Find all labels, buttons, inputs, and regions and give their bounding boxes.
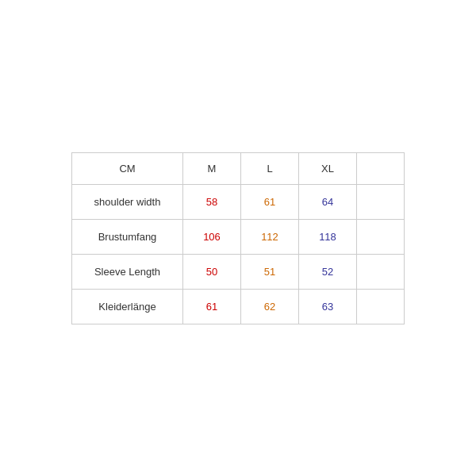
- table-row: Sleeve Length505152: [72, 254, 405, 289]
- header-extra-label: [357, 152, 405, 184]
- row-label: Brustumfang: [72, 219, 183, 254]
- table-row: shoulder width586164: [72, 184, 405, 219]
- row-label: Kleiderlänge: [72, 289, 183, 324]
- row-value-m: 61: [183, 289, 241, 324]
- table-body: shoulder width586164Brustumfang106112118…: [72, 184, 405, 324]
- header-m-label: M: [183, 152, 241, 184]
- row-value-xl: 64: [299, 184, 357, 219]
- row-value-l: 61: [241, 184, 299, 219]
- row-extra: [357, 289, 405, 324]
- size-chart-container: CM M L XL shoulder width586164Brustumfan…: [71, 152, 405, 324]
- table-header-row: CM M L XL: [72, 152, 405, 184]
- row-value-xl: 63: [299, 289, 357, 324]
- header-cm-label: CM: [72, 152, 183, 184]
- row-label: Sleeve Length: [72, 254, 183, 289]
- size-chart-table: CM M L XL shoulder width586164Brustumfan…: [71, 152, 405, 324]
- row-extra: [357, 184, 405, 219]
- row-label: shoulder width: [72, 184, 183, 219]
- row-value-m: 58: [183, 184, 241, 219]
- table-row: Kleiderlänge616263: [72, 289, 405, 324]
- row-value-xl: 118: [299, 219, 357, 254]
- row-extra: [357, 254, 405, 289]
- row-value-l: 51: [241, 254, 299, 289]
- row-value-m: 106: [183, 219, 241, 254]
- row-value-m: 50: [183, 254, 241, 289]
- row-value-l: 62: [241, 289, 299, 324]
- header-l-label: L: [241, 152, 299, 184]
- header-xl-label: XL: [299, 152, 357, 184]
- row-value-xl: 52: [299, 254, 357, 289]
- row-extra: [357, 219, 405, 254]
- table-row: Brustumfang106112118: [72, 219, 405, 254]
- row-value-l: 112: [241, 219, 299, 254]
